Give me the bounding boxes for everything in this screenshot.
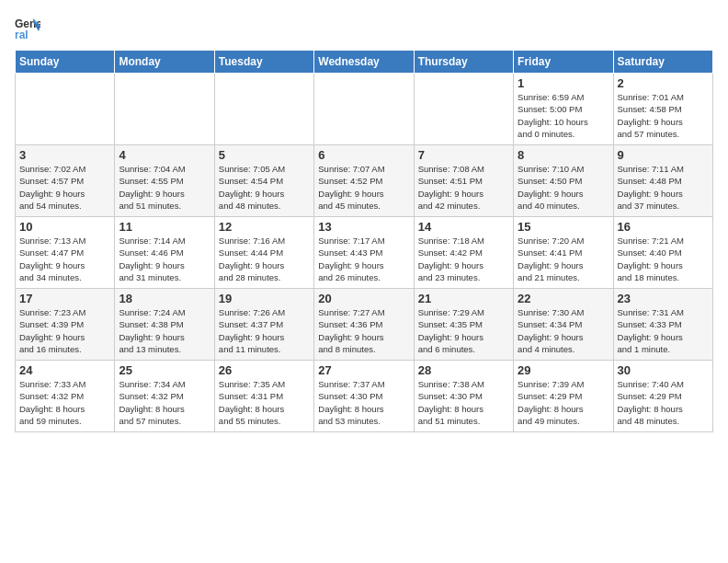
day-detail: Sunrise: 7:27 AM Sunset: 4:36 PM Dayligh… xyxy=(318,306,409,355)
day-number: 26 xyxy=(219,363,310,377)
day-cell: 5Sunrise: 7:05 AM Sunset: 4:54 PM Daylig… xyxy=(214,145,313,217)
day-number: 27 xyxy=(318,363,409,377)
day-detail: Sunrise: 6:59 AM Sunset: 5:00 PM Dayligh… xyxy=(518,91,609,140)
day-cell: 1Sunrise: 6:59 AM Sunset: 5:00 PM Daylig… xyxy=(514,74,613,145)
day-number: 25 xyxy=(119,363,210,377)
day-number: 3 xyxy=(19,148,110,162)
day-cell: 8Sunrise: 7:10 AM Sunset: 4:50 PM Daylig… xyxy=(514,145,613,217)
header-day-thursday: Thursday xyxy=(414,51,513,74)
day-detail: Sunrise: 7:34 AM Sunset: 4:32 PM Dayligh… xyxy=(119,378,210,427)
header-day-wednesday: Wednesday xyxy=(314,51,414,74)
day-number: 23 xyxy=(618,292,709,305)
day-number: 8 xyxy=(518,148,609,162)
day-cell: 10Sunrise: 7:13 AM Sunset: 4:47 PM Dayli… xyxy=(16,217,115,289)
day-detail: Sunrise: 7:38 AM Sunset: 4:30 PM Dayligh… xyxy=(418,378,509,427)
day-detail: Sunrise: 7:23 AM Sunset: 4:39 PM Dayligh… xyxy=(19,306,110,355)
day-cell: 15Sunrise: 7:20 AM Sunset: 4:41 PM Dayli… xyxy=(514,217,613,289)
day-number: 30 xyxy=(618,363,709,377)
day-detail: Sunrise: 7:40 AM Sunset: 4:29 PM Dayligh… xyxy=(618,378,709,427)
day-cell: 20Sunrise: 7:27 AM Sunset: 4:36 PM Dayli… xyxy=(314,289,414,361)
day-detail: Sunrise: 7:29 AM Sunset: 4:35 PM Dayligh… xyxy=(418,306,509,355)
day-number: 12 xyxy=(219,220,310,234)
day-detail: Sunrise: 7:18 AM Sunset: 4:42 PM Dayligh… xyxy=(418,235,509,283)
day-detail: Sunrise: 7:24 AM Sunset: 4:38 PM Dayligh… xyxy=(119,306,210,355)
day-number: 1 xyxy=(518,76,609,90)
day-detail: Sunrise: 7:13 AM Sunset: 4:47 PM Dayligh… xyxy=(19,235,110,283)
day-number: 19 xyxy=(219,292,310,305)
day-detail: Sunrise: 7:30 AM Sunset: 4:34 PM Dayligh… xyxy=(518,306,609,355)
day-cell xyxy=(414,74,513,145)
day-cell: 7Sunrise: 7:08 AM Sunset: 4:51 PM Daylig… xyxy=(414,145,513,217)
day-cell: 14Sunrise: 7:18 AM Sunset: 4:42 PM Dayli… xyxy=(414,217,513,289)
day-detail: Sunrise: 7:08 AM Sunset: 4:51 PM Dayligh… xyxy=(418,163,509,212)
day-cell: 3Sunrise: 7:02 AM Sunset: 4:57 PM Daylig… xyxy=(16,145,115,217)
week-row-1: 3Sunrise: 7:02 AM Sunset: 4:57 PM Daylig… xyxy=(16,145,713,217)
day-cell: 22Sunrise: 7:30 AM Sunset: 4:34 PM Dayli… xyxy=(514,289,613,361)
day-detail: Sunrise: 7:17 AM Sunset: 4:43 PM Dayligh… xyxy=(318,235,409,283)
day-number: 21 xyxy=(418,292,509,305)
day-cell xyxy=(115,74,214,145)
logo: Gene ral xyxy=(15,15,42,40)
header-day-friday: Friday xyxy=(514,51,613,74)
day-detail: Sunrise: 7:26 AM Sunset: 4:37 PM Dayligh… xyxy=(219,306,310,355)
day-detail: Sunrise: 7:11 AM Sunset: 4:48 PM Dayligh… xyxy=(618,163,709,212)
calendar-table: SundayMondayTuesdayWednesdayThursdayFrid… xyxy=(15,50,713,432)
day-number: 18 xyxy=(119,292,210,305)
header-day-saturday: Saturday xyxy=(613,51,712,74)
week-row-3: 17Sunrise: 7:23 AM Sunset: 4:39 PM Dayli… xyxy=(16,289,713,361)
day-detail: Sunrise: 7:10 AM Sunset: 4:50 PM Dayligh… xyxy=(518,163,609,212)
day-number: 2 xyxy=(618,76,709,90)
day-cell: 24Sunrise: 7:33 AM Sunset: 4:32 PM Dayli… xyxy=(16,361,115,432)
day-cell: 11Sunrise: 7:14 AM Sunset: 4:46 PM Dayli… xyxy=(115,217,214,289)
day-detail: Sunrise: 7:39 AM Sunset: 4:29 PM Dayligh… xyxy=(518,378,609,427)
day-cell: 21Sunrise: 7:29 AM Sunset: 4:35 PM Dayli… xyxy=(414,289,513,361)
day-cell: 19Sunrise: 7:26 AM Sunset: 4:37 PM Dayli… xyxy=(214,289,313,361)
day-number: 17 xyxy=(19,292,110,305)
day-cell: 23Sunrise: 7:31 AM Sunset: 4:33 PM Dayli… xyxy=(613,289,712,361)
day-detail: Sunrise: 7:04 AM Sunset: 4:55 PM Dayligh… xyxy=(119,163,210,212)
day-number: 9 xyxy=(618,148,709,162)
day-detail: Sunrise: 7:21 AM Sunset: 4:40 PM Dayligh… xyxy=(618,235,709,283)
day-cell: 26Sunrise: 7:35 AM Sunset: 4:31 PM Dayli… xyxy=(214,361,313,432)
day-detail: Sunrise: 7:33 AM Sunset: 4:32 PM Dayligh… xyxy=(19,378,110,427)
header-day-sunday: Sunday xyxy=(16,51,115,74)
week-row-0: 1Sunrise: 6:59 AM Sunset: 5:00 PM Daylig… xyxy=(16,74,713,145)
header-day-tuesday: Tuesday xyxy=(214,51,313,74)
day-detail: Sunrise: 7:20 AM Sunset: 4:41 PM Dayligh… xyxy=(518,235,609,283)
week-row-4: 24Sunrise: 7:33 AM Sunset: 4:32 PM Dayli… xyxy=(16,361,713,432)
day-detail: Sunrise: 7:35 AM Sunset: 4:31 PM Dayligh… xyxy=(219,378,310,427)
week-row-2: 10Sunrise: 7:13 AM Sunset: 4:47 PM Dayli… xyxy=(16,217,713,289)
day-cell: 16Sunrise: 7:21 AM Sunset: 4:40 PM Dayli… xyxy=(613,217,712,289)
day-cell: 30Sunrise: 7:40 AM Sunset: 4:29 PM Dayli… xyxy=(613,361,712,432)
day-detail: Sunrise: 7:37 AM Sunset: 4:30 PM Dayligh… xyxy=(318,378,409,427)
day-cell: 2Sunrise: 7:01 AM Sunset: 4:58 PM Daylig… xyxy=(613,74,712,145)
day-cell xyxy=(214,74,313,145)
day-cell: 27Sunrise: 7:37 AM Sunset: 4:30 PM Dayli… xyxy=(314,361,414,432)
day-number: 20 xyxy=(318,292,409,305)
day-detail: Sunrise: 7:01 AM Sunset: 4:58 PM Dayligh… xyxy=(618,91,709,140)
day-detail: Sunrise: 7:31 AM Sunset: 4:33 PM Dayligh… xyxy=(618,306,709,355)
day-number: 22 xyxy=(518,292,609,305)
day-cell: 17Sunrise: 7:23 AM Sunset: 4:39 PM Dayli… xyxy=(16,289,115,361)
day-detail: Sunrise: 7:02 AM Sunset: 4:57 PM Dayligh… xyxy=(19,163,110,212)
svg-text:ral: ral xyxy=(15,29,28,40)
day-cell: 13Sunrise: 7:17 AM Sunset: 4:43 PM Dayli… xyxy=(314,217,414,289)
day-cell: 28Sunrise: 7:38 AM Sunset: 4:30 PM Dayli… xyxy=(414,361,513,432)
day-detail: Sunrise: 7:14 AM Sunset: 4:46 PM Dayligh… xyxy=(119,235,210,283)
day-number: 11 xyxy=(119,220,210,234)
day-cell: 12Sunrise: 7:16 AM Sunset: 4:44 PM Dayli… xyxy=(214,217,313,289)
day-detail: Sunrise: 7:07 AM Sunset: 4:52 PM Dayligh… xyxy=(318,163,409,212)
header-day-monday: Monday xyxy=(115,51,214,74)
day-number: 5 xyxy=(219,148,310,162)
logo-icon: Gene ral xyxy=(15,15,40,40)
day-number: 6 xyxy=(318,148,409,162)
day-number: 29 xyxy=(518,363,609,377)
day-number: 16 xyxy=(618,220,709,234)
day-number: 14 xyxy=(418,220,509,234)
day-number: 24 xyxy=(19,363,110,377)
day-number: 28 xyxy=(418,363,509,377)
day-cell: 29Sunrise: 7:39 AM Sunset: 4:29 PM Dayli… xyxy=(514,361,613,432)
day-number: 15 xyxy=(518,220,609,234)
page: Gene ral SundayMondayTuesdayWednesdayThu… xyxy=(0,0,728,563)
day-detail: Sunrise: 7:16 AM Sunset: 4:44 PM Dayligh… xyxy=(219,235,310,283)
